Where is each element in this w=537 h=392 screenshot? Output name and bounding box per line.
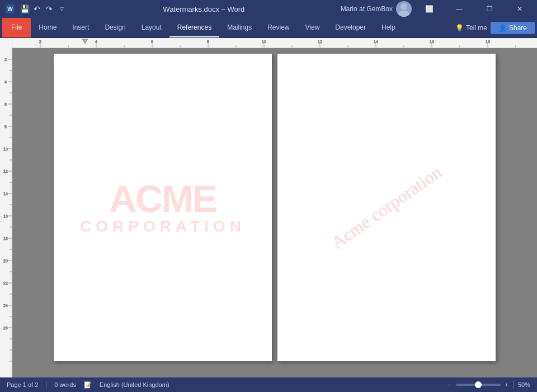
tab-layout[interactable]: Layout	[134, 18, 169, 37]
word-count: 0 words	[54, 381, 76, 388]
lightbulb-icon: 💡	[455, 24, 464, 32]
tab-file[interactable]: File	[2, 18, 31, 37]
tell-me-label: Tell me	[466, 24, 487, 32]
proofing-icon[interactable]: 📝	[84, 381, 92, 389]
status-bar: Page 1 of 2 0 words 📝 English (United Ki…	[0, 377, 537, 392]
title-bar-left: W 💾 ↶ ↷ ▽	[4, 3, 67, 15]
svg-text:16: 16	[430, 40, 434, 44]
minimize-button[interactable]: —	[446, 0, 472, 18]
svg-text:14: 14	[3, 192, 8, 196]
tell-me[interactable]: 💡 Tell me	[455, 24, 487, 32]
svg-point-3	[398, 11, 409, 17]
svg-text:16: 16	[3, 214, 8, 218]
zoom-plus-button[interactable]: +	[505, 381, 508, 388]
zoom-thumb	[475, 381, 482, 388]
separator-1	[46, 381, 46, 389]
svg-text:26: 26	[3, 326, 8, 330]
tab-review[interactable]: Review	[260, 18, 297, 37]
user-name: Mario at GemBox	[341, 5, 393, 13]
watermark-acme: ACME CORPORATION	[80, 180, 246, 235]
zoom-level[interactable]: 50%	[518, 381, 530, 388]
zoom-minus-button[interactable]: −	[447, 381, 451, 388]
tab-mailings[interactable]: Mailings	[219, 18, 260, 37]
svg-text:24: 24	[3, 304, 8, 308]
svg-text:8: 8	[4, 125, 7, 129]
status-bar-right: − + 50%	[447, 381, 530, 389]
svg-text:W: W	[7, 6, 13, 12]
quick-access-toolbar: 💾 ↶ ↷ ▽	[19, 3, 67, 15]
undo-icon[interactable]: ↶	[31, 3, 43, 15]
separator-2	[513, 381, 514, 389]
ribbon-display-button[interactable]: ⬜	[416, 0, 442, 18]
tab-view[interactable]: View	[298, 18, 328, 37]
svg-text:12: 12	[318, 40, 322, 44]
svg-text:6: 6	[151, 40, 153, 44]
zoom-slider[interactable]	[456, 384, 501, 386]
user-avatar[interactable]	[396, 1, 412, 17]
svg-text:4: 4	[95, 40, 97, 44]
tab-references[interactable]: References	[169, 18, 219, 37]
ruler-corner	[0, 38, 12, 48]
tab-insert[interactable]: Insert	[64, 18, 97, 37]
svg-text:12: 12	[3, 169, 8, 173]
svg-text:2: 2	[39, 40, 41, 44]
watermark-acme-text1: ACME	[80, 180, 246, 218]
ruler-container: 2 4 6 8 10 12 14 16 18	[0, 38, 537, 48]
user-info: Mario at GemBox	[341, 1, 412, 17]
horizontal-ruler: 2 4 6 8 10 12 14 16 18	[12, 38, 537, 48]
tab-help[interactable]: Help	[374, 18, 403, 37]
tab-home[interactable]: Home	[31, 18, 64, 37]
watermark-acme-text2: CORPORATION	[80, 218, 246, 235]
close-button[interactable]: ✕	[507, 0, 533, 18]
ribbon: File Home Insert Design Layout Reference…	[0, 18, 537, 38]
restore-button[interactable]: ❐	[477, 0, 502, 18]
customize-quick-access-icon[interactable]: ▽	[56, 3, 67, 15]
save-icon[interactable]: 💾	[19, 3, 30, 15]
language[interactable]: English (United Kingdom)	[100, 381, 169, 388]
svg-point-2	[401, 3, 407, 10]
title-bar: W 💾 ↶ ↷ ▽ Watermarks.docx – Word Mario a…	[0, 0, 537, 18]
svg-text:2: 2	[4, 58, 7, 62]
svg-rect-4	[12, 38, 537, 48]
svg-text:10: 10	[262, 40, 266, 44]
svg-text:14: 14	[374, 40, 378, 44]
svg-text:4: 4	[4, 80, 7, 84]
svg-text:22: 22	[3, 281, 8, 285]
share-label: Share	[509, 24, 527, 32]
share-button[interactable]: 👤 Share	[491, 22, 535, 34]
title-bar-right: Mario at GemBox ⬜ — ❐ ✕	[341, 0, 533, 18]
redo-icon[interactable]: ↷	[44, 3, 55, 15]
svg-text:10: 10	[3, 147, 8, 151]
word-app-icon: W	[4, 3, 16, 15]
tab-developer[interactable]: Developer	[327, 18, 374, 37]
vertical-ruler: 2 4 6 8 10 12 14 16 18 20 22	[0, 48, 12, 377]
svg-text:20: 20	[3, 259, 8, 263]
svg-text:18: 18	[3, 237, 8, 240]
watermark-diagonal: Acme corporation	[327, 162, 445, 253]
page-1: ACME CORPORATION	[54, 54, 272, 361]
share-icon: 👤	[498, 24, 507, 32]
zoom-track	[456, 384, 501, 386]
svg-text:6: 6	[4, 102, 7, 106]
page-2: Acme corporation	[277, 54, 496, 361]
pages-container: ACME CORPORATION Acme corporation	[12, 48, 537, 377]
page-info: Page 1 of 2	[7, 381, 38, 388]
svg-text:18: 18	[486, 40, 490, 44]
svg-text:8: 8	[207, 40, 209, 44]
ribbon-right: 💡 Tell me 👤 Share	[455, 18, 535, 37]
tab-design[interactable]: Design	[97, 18, 133, 37]
main-area: 2 4 6 8 10 12 14 16 18 20 22	[0, 48, 537, 377]
document-title: Watermarks.docx – Word	[163, 5, 244, 13]
